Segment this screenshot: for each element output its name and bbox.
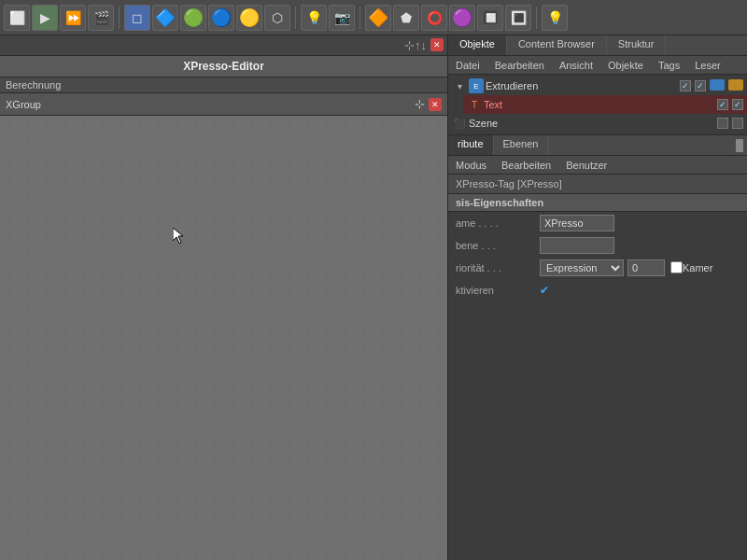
kamera-checkbox[interactable] <box>670 261 683 273</box>
attr-menu-benutzer[interactable]: Benutzer <box>562 160 611 171</box>
move-arrows-icon: ⊹↑↓ <box>404 38 427 52</box>
toolbar-btn-14[interactable]: ⬟ <box>393 5 419 31</box>
szene-icon: ⬛ <box>452 116 467 131</box>
top-toolbar: ⬜ ▶ ⏩ 🎬 ◻ 🔷 🟢 🔵 🟡 ⬡ 💡 📷 🔶 ⬟ ⭕ 🟣 🔲 🔳 💡 <box>0 0 747 35</box>
toolbar-btn-8[interactable]: 🔵 <box>208 5 234 31</box>
sep-2 <box>295 7 296 29</box>
tab-objekte[interactable]: Objekte <box>448 35 507 55</box>
mouse-cursor <box>173 228 186 245</box>
xgroup-header: XGroup ⊹ ✕ <box>0 93 447 116</box>
toolbar-btn-11[interactable]: 💡 <box>301 5 327 31</box>
toolbar-btn-4[interactable]: 🎬 <box>88 5 114 31</box>
extrudieren-check-2[interactable] <box>695 80 706 91</box>
attr-row-name: ame . . . . <box>448 212 747 234</box>
attr-row-prioritaet: riorität . . . Expression Generator Kame… <box>448 257 747 279</box>
toolbar-btn-9[interactable]: 🟡 <box>236 5 262 31</box>
text-label: Text <box>484 99 713 110</box>
close-button[interactable]: ✕ <box>430 38 444 51</box>
toolbar-btn-7[interactable]: 🟢 <box>180 5 206 31</box>
xgroup-label: XGroup <box>6 99 41 110</box>
prioritaet-label: riorität . . . <box>456 262 540 273</box>
extrudieren-check-1[interactable] <box>680 80 691 91</box>
text-type-icon: T <box>467 97 482 112</box>
xgroup-move-icon[interactable]: ⊹ <box>415 97 425 111</box>
toolbar-btn-13[interactable]: 🔶 <box>365 5 391 31</box>
toolbar-btn-12[interactable]: 📷 <box>329 5 355 31</box>
attr-tab-bar: ribute Ebenen <box>448 135 747 156</box>
toolbar-btn-3[interactable]: ⏩ <box>60 5 86 31</box>
aktivieren-label: ktivieren <box>456 285 540 296</box>
tag-icon-1 <box>710 79 725 92</box>
expand-icon[interactable]: ▾ <box>452 78 467 93</box>
name-field-input[interactable] <box>540 215 614 231</box>
toolbar-btn-5[interactable]: ◻ <box>124 5 150 31</box>
toolbar-btn-17[interactable]: 🔲 <box>477 5 503 31</box>
text-check-1[interactable] <box>717 99 728 110</box>
menu-tags[interactable]: Tags <box>655 60 684 71</box>
kamera-label: Kamer <box>683 262 712 273</box>
scroll-indicator <box>736 139 743 152</box>
extrudieren-label: Extrudieren <box>486 80 676 91</box>
attr-panel-title: XPresso-Tag [XPresso] <box>448 175 747 194</box>
xpresso-menu-bar: Berechnung <box>0 77 447 93</box>
menu-datei[interactable]: Datei <box>452 60 484 71</box>
tag-icon-2 <box>728 79 743 92</box>
tree-row-text[interactable]: T Text <box>463 95 747 114</box>
toolbar-btn-1[interactable]: ⬜ <box>4 5 30 31</box>
sep-3 <box>359 7 360 29</box>
sep-4 <box>536 7 537 29</box>
toolbar-btn-16[interactable]: 🟣 <box>449 5 475 31</box>
attr-menu-bearbeiten[interactable]: Bearbeiten <box>498 160 555 171</box>
tab-struktur[interactable]: Struktur <box>607 35 667 55</box>
menu-objekte[interactable]: Objekte <box>604 60 647 71</box>
text-check-2[interactable] <box>732 99 743 110</box>
attr-row-ebene: bene . . . <box>448 234 747 257</box>
tab-content-browser[interactable]: Content Browser <box>507 35 607 55</box>
toolbar-btn-19[interactable]: 💡 <box>542 5 568 31</box>
attribute-panel: ribute Ebenen Modus Bearbeiten Benutzer … <box>448 135 747 560</box>
berechnung-menu[interactable]: Berechnung <box>6 79 61 91</box>
tree-row-szene[interactable]: ⬛ Szene <box>448 114 747 133</box>
top-tab-bar: Objekte Content Browser Struktur <box>448 35 747 56</box>
ebene-field-label: bene . . . <box>456 240 540 251</box>
attr-tab-ebenen[interactable]: Ebenen <box>494 135 549 155</box>
sep-1 <box>119 7 120 29</box>
tree-row-extrudieren[interactable]: ▾ E Extrudieren <box>448 77 747 95</box>
toolbar-btn-10[interactable]: ⬡ <box>264 5 290 31</box>
svg-marker-0 <box>173 228 183 244</box>
toolbar-btn-18[interactable]: 🔳 <box>505 5 531 31</box>
toolbar-btn-2[interactable]: ▶ <box>32 5 58 31</box>
menu-ansicht[interactable]: Ansicht <box>556 60 597 71</box>
xpresso-editor-title: XPresso-Editor <box>0 56 447 77</box>
prioritaet-dropdown[interactable]: Expression Generator <box>540 259 624 276</box>
szene-check-2[interactable] <box>732 118 743 129</box>
prioritaet-number[interactable] <box>627 259 665 276</box>
xpresso-editor-panel: ⊹↑↓ ✕ XPresso-Editor Berechnung XGroup ⊹… <box>0 35 448 560</box>
szene-label: Szene <box>469 118 713 129</box>
right-panel: Objekte Content Browser Struktur Datei B… <box>448 35 747 560</box>
szene-check-1[interactable] <box>717 118 728 129</box>
aktivieren-checkmark: ✔ <box>540 284 549 297</box>
attr-tab-attribute[interactable]: ribute <box>448 135 494 155</box>
attr-row-aktivieren: ktivieren ✔ <box>448 279 747 301</box>
toolbar-btn-6[interactable]: 🔷 <box>152 5 178 31</box>
object-tree: ▾ E Extrudieren T Text ⬛ Szene <box>448 75 747 135</box>
object-menu-bar: Datei Bearbeiten Ansicht Objekte Tags Le… <box>448 56 747 75</box>
extrude-icon: E <box>469 78 484 93</box>
basis-section-header: sis-Eigenschaften <box>448 194 747 212</box>
xgroup-close-btn[interactable]: ✕ <box>429 98 442 111</box>
main-area: ⊹↑↓ ✕ XPresso-Editor Berechnung XGroup ⊹… <box>0 35 747 560</box>
toolbar-btn-15[interactable]: ⭕ <box>421 5 447 31</box>
menu-bearbeiten[interactable]: Bearbeiten <box>491 60 548 71</box>
name-field-label: ame . . . . <box>456 217 540 229</box>
ebene-field-input[interactable] <box>540 237 614 254</box>
attr-scroll-area[interactable]: ame . . . . bene . . . riorität . . . Ex… <box>448 212 747 560</box>
attr-menu-bar: Modus Bearbeiten Benutzer <box>448 156 747 175</box>
attr-menu-modus[interactable]: Modus <box>452 160 490 171</box>
xpresso-canvas[interactable] <box>0 116 447 560</box>
menu-leser[interactable]: Leser <box>691 60 725 71</box>
